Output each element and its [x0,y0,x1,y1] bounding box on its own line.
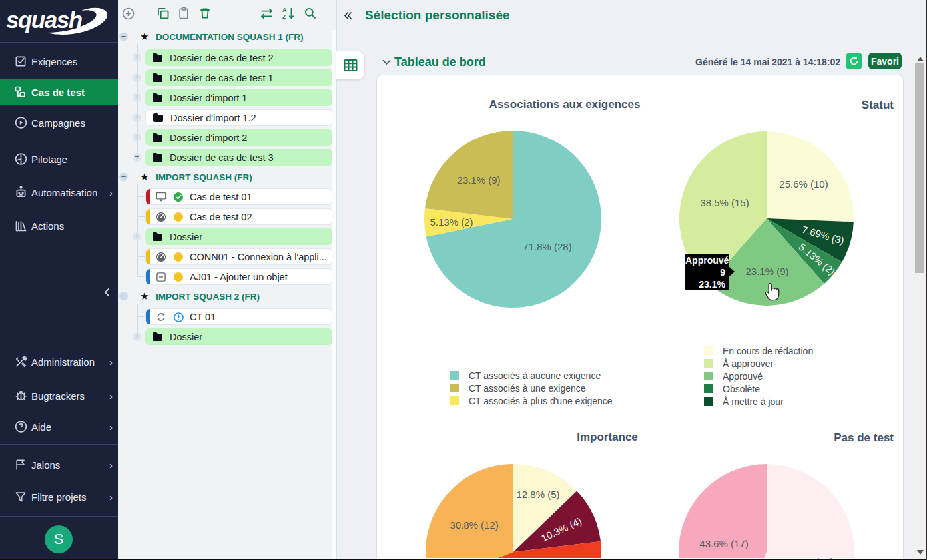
svg-text:Z: Z [282,13,286,20]
svg-text:squash: squash [6,7,82,33]
svg-text:A: A [282,7,287,13]
